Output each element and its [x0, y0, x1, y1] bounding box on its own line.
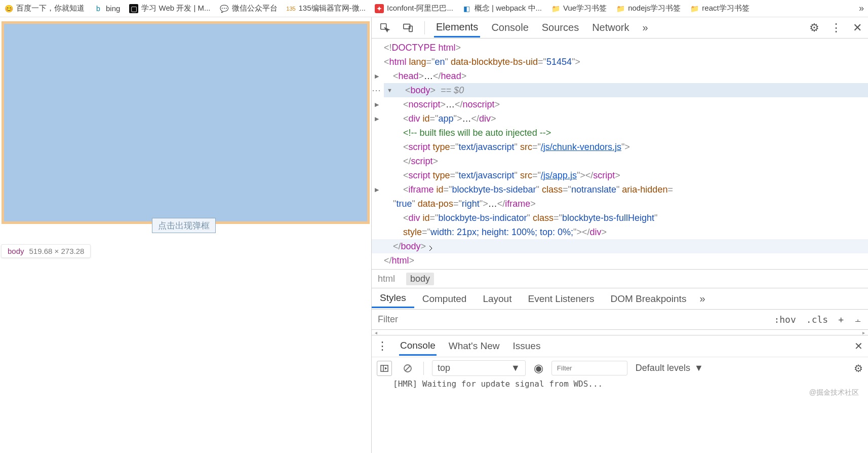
- live-expression-eye-icon[interactable]: ◉: [534, 362, 543, 375]
- caret-icon[interactable]: ▶: [375, 69, 379, 83]
- styles-filter-input[interactable]: [372, 314, 769, 325]
- kebab-menu-icon[interactable]: ⋮: [831, 21, 842, 34]
- styles-tab-styles[interactable]: Styles: [372, 289, 414, 308]
- bookmark-label: 学习 Web 开发 | M...: [141, 4, 210, 13]
- tooltip-tagname: body: [8, 247, 24, 255]
- device-toolbar-icon[interactable]: [401, 21, 415, 35]
- bookmark-overflow-icon[interactable]: »: [859, 3, 864, 14]
- bookmark-item[interactable]: 📁react学习书签: [690, 4, 749, 13]
- tab-sources[interactable]: Sources: [540, 19, 581, 36]
- separator: [423, 362, 424, 375]
- console-settings-gear-icon[interactable]: ⚙: [854, 362, 863, 374]
- new-style-rule-icon[interactable]: +: [833, 314, 849, 325]
- script-src-link[interactable]: /js/app.js: [541, 170, 577, 180]
- tree-line[interactable]: <script type="text/javascript" src="/js/…: [372, 140, 868, 154]
- tree-line-wrap[interactable]: style="width: 21px; height: 100%; top: 0…: [372, 225, 868, 239]
- tree-line[interactable]: ▶<noscript>…</noscript>: [372, 97, 868, 111]
- bookmark-item[interactable]: ▢学习 Web 开发 | M...: [129, 4, 210, 13]
- favicon-icon: ◧: [462, 4, 471, 13]
- console-levels-select[interactable]: Default levels▼: [636, 363, 703, 373]
- bookmarks-bar: 😊百度一下，你就知道 bbing ▢学习 Web 开发 | M... 💬微信公众…: [0, 0, 868, 17]
- tab-elements[interactable]: Elements: [434, 18, 480, 37]
- drawer-tab-console[interactable]: Console: [399, 337, 437, 356]
- tab-console[interactable]: Console: [489, 19, 530, 36]
- svg-line-6: [405, 366, 410, 371]
- page-viewport: 点击出现弹框 body 519.68 × 273.28: [0, 17, 371, 453]
- tree-line[interactable]: ▶<iframe id="blockbyte-bs-sidebar" class…: [372, 182, 868, 197]
- bookmark-item[interactable]: 😊百度一下，你就知道: [4, 4, 85, 13]
- bookmark-item[interactable]: ✦Iconfont-阿里巴巴...: [375, 4, 453, 13]
- tree-line[interactable]: ▶<div id="app">…</div>: [372, 111, 868, 126]
- tabs-overflow-icon[interactable]: »: [641, 19, 650, 36]
- console-context-select[interactable]: top▼: [432, 360, 526, 376]
- caret-icon[interactable]: ▶: [375, 97, 379, 111]
- close-devtools-icon[interactable]: ✕: [853, 21, 862, 34]
- drawer-tab-issues[interactable]: Issues: [511, 337, 541, 355]
- bookmark-item[interactable]: 💬微信公众平台: [220, 4, 278, 13]
- styles-sidebar-toggle-icon[interactable]: ⫠: [849, 314, 868, 325]
- selected-marker-icon: ⋯: [372, 83, 381, 97]
- caret-down-icon[interactable]: ▼: [387, 83, 392, 97]
- bookmark-label: bing: [106, 4, 120, 13]
- bookmark-item[interactable]: bbing: [94, 4, 120, 13]
- drawer-tab-whatsnew[interactable]: What's New: [448, 337, 501, 355]
- bookmark-item[interactable]: 135135编辑器官网-微...: [287, 4, 366, 13]
- folder-icon: 📁: [616, 4, 625, 13]
- clear-console-icon[interactable]: [400, 361, 415, 376]
- caret-icon[interactable]: ▶: [375, 182, 379, 197]
- settings-gear-icon[interactable]: ⚙: [809, 21, 819, 34]
- console-sidebar-toggle-icon[interactable]: [377, 361, 392, 376]
- devtools-toolbar: Elements Console Sources Network » ⚙ ⋮ ✕: [372, 17, 868, 39]
- favicon-icon: 💬: [220, 4, 229, 13]
- chevron-down-icon: ▼: [694, 363, 703, 373]
- tree-line[interactable]: ▶<head>…</head>: [372, 69, 868, 83]
- tree-line[interactable]: <html lang="en" data-blockbyte-bs-uid="5…: [372, 55, 868, 69]
- script-src-link[interactable]: /js/chunk-vendors.js: [541, 142, 621, 152]
- styles-tab-computed[interactable]: Computed: [414, 290, 475, 308]
- tree-line-selected[interactable]: ⋯ ▼ <body> == $0: [384, 83, 868, 97]
- drawer-close-icon[interactable]: ✕: [854, 340, 863, 352]
- folder-icon: 📁: [690, 4, 699, 13]
- bookmark-label: nodejs学习书签: [628, 4, 681, 13]
- tree-line[interactable]: </body>: [372, 239, 868, 253]
- tree-line-wrap[interactable]: "true" data-pos="right">…</iframe>: [372, 197, 868, 211]
- favicon-icon: ▢: [129, 4, 138, 13]
- hov-toggle[interactable]: :hov: [769, 314, 801, 325]
- elements-dom-tree[interactable]: <!DOCTYPE html> <html lang="en" data-blo…: [372, 39, 868, 269]
- crumb-html[interactable]: html: [378, 274, 395, 284]
- tree-line[interactable]: </html>: [372, 253, 868, 268]
- text-cursor-icon: [428, 243, 435, 251]
- drawer-menu-icon[interactable]: ⋮: [377, 339, 388, 353]
- bookmark-item[interactable]: 📁Vue学习书签: [551, 4, 607, 13]
- inspect-element-icon[interactable]: [378, 21, 392, 35]
- element-size-tooltip: body 519.68 × 273.28: [1, 244, 91, 258]
- tree-line[interactable]: <div id="blockbyte-bs-indicator" class="…: [372, 211, 868, 225]
- styles-tab-eventlisteners[interactable]: Event Listeners: [520, 290, 602, 308]
- tree-line[interactable]: <!-- built files will be auto injected -…: [372, 126, 868, 140]
- tree-line[interactable]: <!DOCTYPE html>: [372, 41, 868, 55]
- styles-tabs-overflow-icon[interactable]: »: [699, 293, 705, 305]
- devtools-drawer: ⋮ Console What's New Issues ✕ top▼ ◉ Def…: [372, 335, 868, 453]
- styles-tab-layout[interactable]: Layout: [475, 290, 520, 308]
- bookmark-item[interactable]: ◧概念 | webpack 中...: [462, 4, 542, 13]
- bookmark-label: 135编辑器官网-微...: [299, 4, 366, 13]
- crumb-body[interactable]: body: [406, 273, 434, 285]
- bookmark-label: Vue学习书签: [563, 4, 607, 13]
- console-log-line: [HMR] Waiting for update signal from WDS…: [372, 379, 868, 390]
- console-filter-input[interactable]: [551, 361, 627, 375]
- tab-network[interactable]: Network: [590, 19, 631, 36]
- styles-tab-dombreakpoints[interactable]: DOM Breakpoints: [602, 290, 694, 308]
- favicon-icon: b: [94, 4, 103, 13]
- bookmark-label: 百度一下，你就知道: [16, 4, 85, 13]
- modal-trigger-button[interactable]: 点击出现弹框: [152, 218, 216, 233]
- inspected-body-overlay: [2, 21, 370, 224]
- cls-toggle[interactable]: .cls: [801, 314, 833, 325]
- separator: [424, 21, 425, 34]
- bookmark-item[interactable]: 📁nodejs学习书签: [616, 4, 681, 13]
- tree-line[interactable]: </script>: [372, 154, 868, 168]
- favicon-icon: 135: [287, 4, 296, 13]
- favicon-icon: ✦: [375, 4, 384, 13]
- scroll-hints: ◂▸: [372, 330, 868, 335]
- caret-icon[interactable]: ▶: [375, 111, 379, 126]
- tree-line[interactable]: <script type="text/javascript" src="/js/…: [372, 168, 868, 182]
